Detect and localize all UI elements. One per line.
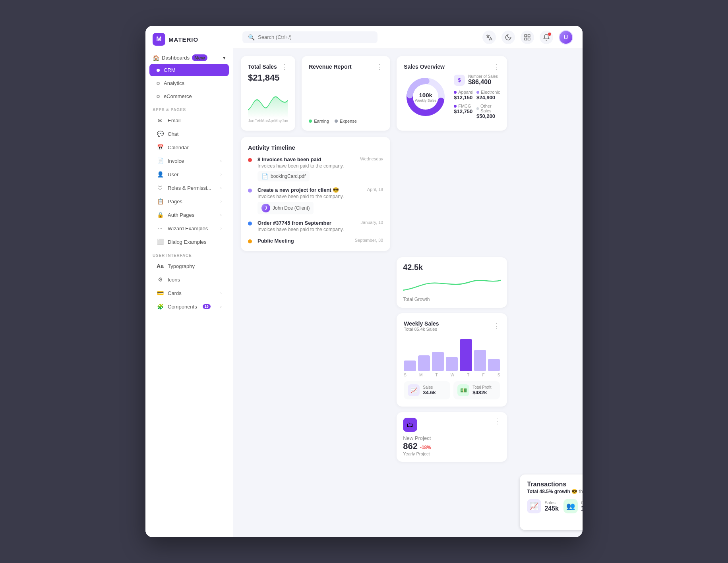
electronic-value: $24,900 xyxy=(476,94,500,100)
sidebar-item-label: Pages xyxy=(168,199,182,204)
ws-day-label: M xyxy=(419,373,422,377)
np-label: New Project xyxy=(403,435,501,441)
calendar-icon: 📅 xyxy=(157,144,164,150)
timeline-attachment-1[interactable]: J John Doe (Client) xyxy=(258,202,314,214)
transactions-header: Transactions Total 48.5% growth 😎 this m… xyxy=(527,481,583,494)
topbar: 🔍 U xyxy=(233,26,583,49)
fmcg-value: $12,750 xyxy=(454,108,473,114)
revenue-header: Revenue Report ⋮ xyxy=(309,63,383,70)
np-more-button[interactable]: ⋮ xyxy=(494,418,501,425)
attachment-name-0: bookingCard.pdf xyxy=(271,174,306,179)
wizard-icon: ··· xyxy=(157,225,164,231)
other-label: Other Sales xyxy=(480,104,500,113)
theme-icon[interactable] xyxy=(501,31,515,44)
weekly-sales-card: Weekly Sales Total 85.4k Sales ⋮ SMTWTFS… xyxy=(397,313,507,407)
sidebar-item-typography[interactable]: Aa Typography xyxy=(149,260,229,272)
apps-section-label: APPS & PAGES xyxy=(145,103,233,114)
ws-day-label: S xyxy=(498,373,500,377)
ws-days: SMTWTFS xyxy=(404,373,500,377)
month-jun: Jun xyxy=(282,119,288,123)
sidebar-item-components[interactable]: 🧩 Components 19 › xyxy=(149,300,229,313)
translate-icon[interactable] xyxy=(482,31,496,44)
sidebar-item-label: Chat xyxy=(168,131,178,137)
sales-overview-card: Sales Overview ⋮ 100k Weekly Sales xyxy=(397,56,507,131)
so-stat-electronic: Electronic $24,900 xyxy=(476,90,500,100)
app-shell: M MATERIO 🏠 Dashboards New ▾ CRM Analyti… xyxy=(145,26,583,537)
timeline-attachment-0[interactable]: 📄 bookingCard.pdf xyxy=(258,171,310,181)
sidebar-item-wizard[interactable]: ··· Wizard Examples › xyxy=(149,222,229,235)
np-change: -18% xyxy=(420,445,431,450)
timeline-dot-blue xyxy=(248,222,252,226)
components-badge: 19 xyxy=(203,304,211,309)
transactions-subtitle: Total 48.5% growth 😎 this month xyxy=(527,489,583,494)
ws-sales-label: Sales xyxy=(423,385,436,389)
growth-value: 42.5k xyxy=(403,263,501,272)
sidebar-item-cards[interactable]: 💳 Cards › xyxy=(149,287,229,299)
grid-icon[interactable] xyxy=(521,31,534,44)
sidebar-item-chat[interactable]: 💬 Chat xyxy=(149,127,229,140)
ui-section-label: USER INTERFACE xyxy=(145,249,233,259)
sidebar-item-email[interactable]: ✉ Email xyxy=(149,114,229,127)
ws-day-label: T xyxy=(467,373,469,377)
month-apr: Apr xyxy=(268,119,275,123)
avatar[interactable]: U xyxy=(559,30,573,44)
chevron-right-icon: › xyxy=(220,226,222,231)
ws-bar xyxy=(418,355,430,372)
sidebar-item-crm[interactable]: CRM xyxy=(149,64,229,76)
donut-value: 100k xyxy=(415,91,436,98)
dashboards-nav[interactable]: 🏠 Dashboards New ▾ xyxy=(145,52,233,64)
timeline-date-2: January, 10 xyxy=(361,220,383,226)
donut-container: 100k Weekly Sales xyxy=(404,75,447,119)
invoice-icon: 📄 xyxy=(157,158,164,164)
search-input[interactable] xyxy=(258,34,372,40)
sidebar-item-label-ecommerce: eCommerce xyxy=(164,93,192,99)
chat-icon: 💬 xyxy=(157,131,164,137)
activity-title: Activity Timeline xyxy=(248,144,383,151)
nav-dot xyxy=(157,82,160,85)
revenue-more-button[interactable]: ⋮ xyxy=(376,63,383,70)
ws-more-button[interactable]: ⋮ xyxy=(493,322,500,330)
transactions-suffix: this month xyxy=(579,489,583,494)
sidebar-item-label: Roles & Permissi... xyxy=(168,185,211,191)
revenue-legend: Earning Expense xyxy=(309,119,383,123)
sidebar-item-label-analytics: Analytics xyxy=(164,80,184,86)
topbar-right: U xyxy=(482,30,573,44)
timeline-dot-purple xyxy=(248,189,252,193)
earning-dot xyxy=(309,120,312,123)
sidebar-item-icons[interactable]: ⚙ Icons xyxy=(149,273,229,286)
fmcg-label: FMCG xyxy=(458,104,471,108)
notification-icon[interactable] xyxy=(540,31,553,44)
so-stat-other: Other Sales $50,200 xyxy=(476,104,500,119)
customers-label: Customers xyxy=(581,500,583,505)
sidebar-item-invoice[interactable]: 📄 Invoice › xyxy=(149,154,229,167)
sidebar-item-pages[interactable]: 📋 Pages › xyxy=(149,195,229,208)
customers-value: 12.5k xyxy=(581,505,583,512)
sidebar-item-dialog[interactable]: ⬜ Dialog Examples xyxy=(149,235,229,248)
ws-bar xyxy=(446,357,458,371)
timeline-desc-0: Invoices have been paid to the company. xyxy=(258,163,383,169)
transactions-grid: 📈 Sales 245k 👥 Customers 12.5k xyxy=(527,499,583,513)
customers-icon: 👥 xyxy=(563,499,578,513)
transaction-customers: 👥 Customers 12.5k xyxy=(563,499,583,513)
sidebar-item-roles[interactable]: 🛡 Roles & Permissi... › xyxy=(149,181,229,194)
ws-header: Weekly Sales Total 85.4k Sales ⋮ xyxy=(404,320,500,332)
month-jan: Jan xyxy=(248,119,254,123)
timeline-item-project: Create a new project for client 😎 April,… xyxy=(248,187,383,214)
sidebar-item-calendar[interactable]: 📅 Calendar xyxy=(149,141,229,154)
total-sales-more-button[interactable]: ⋮ xyxy=(281,63,288,70)
dollar-icon: $ xyxy=(454,75,465,86)
sales-icon: 📈 xyxy=(527,499,541,513)
sidebar-item-ecommerce[interactable]: eCommerce xyxy=(149,90,229,102)
ws-profit-stat: 💵 Total Profit $482k xyxy=(453,381,500,399)
search-bar[interactable]: 🔍 xyxy=(242,31,378,43)
so-more-button[interactable]: ⋮ xyxy=(493,63,500,70)
number-sales-label: Number of Sales xyxy=(468,74,498,79)
electronic-label: Electronic xyxy=(481,90,500,94)
sidebar-item-auth[interactable]: 🔒 Auth Pages › xyxy=(149,208,229,221)
logo-icon: M xyxy=(153,33,165,46)
ws-sales-value: 34.6k xyxy=(423,389,436,395)
ws-bar xyxy=(404,361,416,371)
sidebar-item-user[interactable]: 👤 User › xyxy=(149,168,229,181)
sidebar-item-analytics[interactable]: Analytics xyxy=(149,77,229,89)
transactions-title: Transactions xyxy=(527,481,583,488)
